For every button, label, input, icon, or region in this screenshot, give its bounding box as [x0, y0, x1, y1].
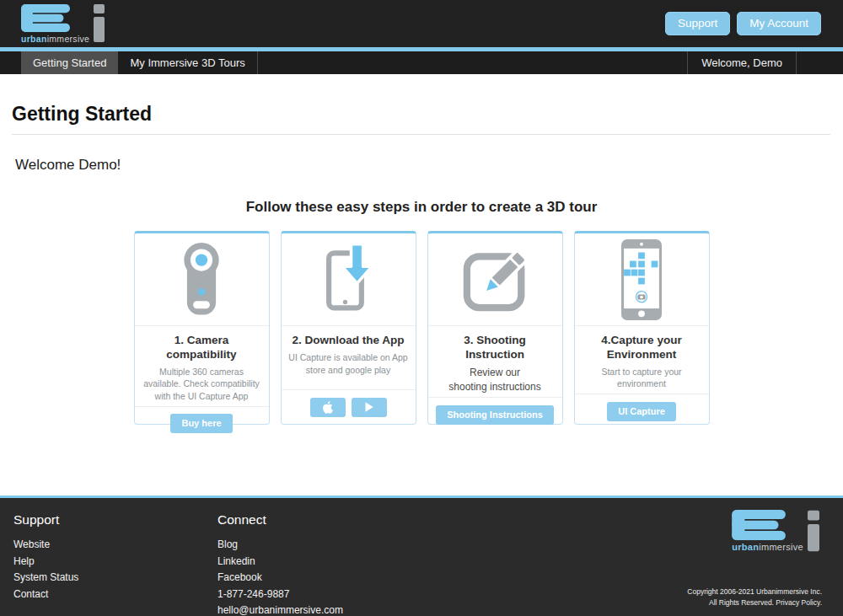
card-body: Review our shooting instructions [434, 366, 556, 394]
footer-logo: urbanimmersive [732, 510, 819, 552]
google-play-button[interactable] [352, 398, 387, 417]
footer-link-system-status[interactable]: System Status [13, 571, 78, 583]
capture-environment-icon [612, 239, 671, 320]
card-title: 3. Shooting Instruction [434, 334, 556, 362]
footer-link-linkedin[interactable]: Linkedin [217, 555, 343, 567]
apple-icon [322, 401, 333, 414]
card-body: Start to capture your environment [581, 366, 703, 390]
logo-wordmark: urbanimmersive [21, 34, 89, 44]
main-nav: Getting Started My Immersive 3D Tours We… [0, 51, 843, 74]
main-content: Getting Started Welcome Demo! Follow the… [0, 74, 843, 495]
header: urbanimmersive Support My Account [0, 0, 843, 47]
footer-link-facebook[interactable]: Facebook [217, 571, 343, 583]
buy-here-button[interactable]: Buy here [170, 414, 232, 433]
logo-i-glyph [808, 510, 819, 552]
urbanimmersive-logo[interactable]: urbanimmersive [21, 4, 105, 44]
welcome-message: Welcome Demo! [0, 135, 843, 174]
card-body: UI Capture is available on App store and… [287, 351, 410, 376]
footer-link-blog[interactable]: Blog [217, 538, 343, 550]
footer: Support Website Help System Status Conta… [0, 498, 843, 616]
support-button[interactable]: Support [665, 12, 730, 35]
shooting-instructions-button[interactable]: Shooting Instructions [436, 405, 554, 425]
card-title: 2. Download the App [287, 334, 410, 348]
footer-connect-heading: Connect [217, 512, 343, 528]
card-body: Multiple 360 cameras available. Check co… [141, 366, 263, 403]
footer-phone-link[interactable]: 1-877-246-9887 [217, 588, 343, 600]
copyright-text: Copyright 2006-2021 Urbanimmersive Inc. … [687, 587, 822, 609]
app-store-button[interactable] [310, 398, 346, 417]
shooting-instruction-icon [456, 241, 534, 319]
google-play-icon [364, 401, 374, 413]
footer-support-heading: Support [13, 512, 78, 528]
my-account-button[interactable]: My Account [737, 12, 821, 35]
camera-360-icon [171, 240, 232, 319]
card-download-app: 2. Download the App UI Capture is availa… [281, 231, 416, 425]
nav-tab-getting-started[interactable]: Getting Started [21, 51, 118, 74]
welcome-user-text: Welcome, Demo [687, 51, 797, 74]
download-app-icon [311, 241, 385, 319]
logo-i-glyph [94, 4, 105, 42]
ui-capture-button[interactable]: UI Capture [607, 402, 676, 421]
page-title: Getting Started [0, 74, 843, 134]
card-camera-compatibility: 1. Camera compatibility Multiple 360 cam… [134, 231, 270, 425]
steps-heading: Follow these easy steps in order to crea… [0, 199, 843, 216]
footer-link-help[interactable]: Help [13, 555, 78, 567]
footer-link-website[interactable]: Website [13, 538, 78, 550]
steps-cards-row: 1. Camera compatibility Multiple 360 cam… [0, 231, 843, 425]
card-shooting-instruction: 3. Shooting Instruction Review our shoot… [427, 231, 563, 425]
privacy-policy-link[interactable]: Privacy Policy. [776, 598, 822, 607]
nav-spacer [797, 51, 843, 74]
card-capture-environment: 4.Capture your Environment Start to capt… [574, 231, 710, 425]
footer-email-link[interactable]: hello@urbanimmersive.com [217, 604, 343, 616]
nav-tab-my-tours[interactable]: My Immersive 3D Tours [118, 51, 257, 74]
logo-ci-glyph [21, 4, 70, 32]
logo-wordmark: urbanimmersive [732, 542, 803, 552]
logo-ci-glyph [732, 510, 786, 540]
card-title: 1. Camera compatibility [141, 334, 263, 362]
footer-link-contact[interactable]: Contact [13, 588, 78, 600]
card-title: 4.Capture your Environment [581, 334, 703, 362]
